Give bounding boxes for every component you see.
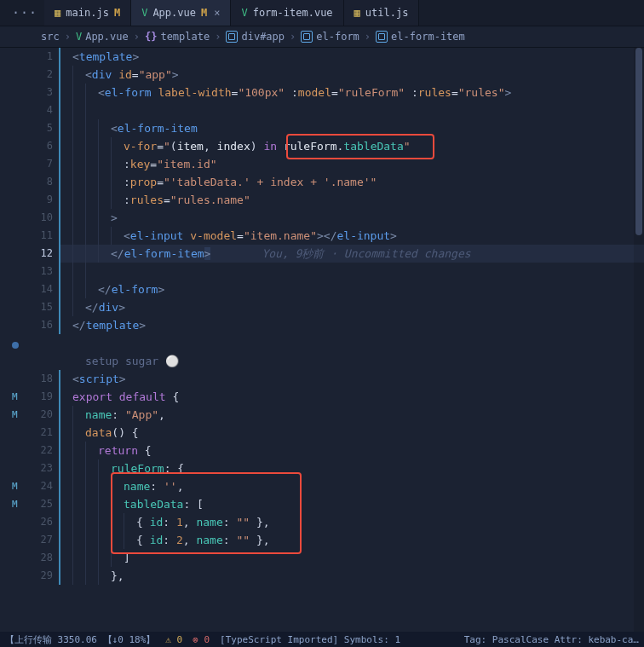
status-left: 【上行传输 3350.06 【↓0 18%】	[5, 633, 155, 646]
chevron-right-icon: ›	[65, 31, 71, 43]
line-number-gutter: 12345 678910 1112131415 16 1819 20212223…	[24, 48, 58, 633]
vertical-scrollbar[interactable]	[634, 48, 644, 633]
element-icon	[376, 31, 388, 43]
code-line: name: '',	[60, 477, 644, 495]
chevron-right-icon: ›	[215, 31, 221, 43]
code-line: name: "App",	[60, 406, 644, 424]
chevron-right-icon: ›	[290, 31, 296, 43]
element-icon	[301, 31, 313, 43]
code-line: </el-form-item>You, 9秒前 · Uncommitted ch…	[60, 245, 644, 263]
code-line: ]	[60, 549, 644, 567]
vue-icon: V	[76, 31, 82, 43]
tab-app-vue[interactable]: V App.vue M ×	[131, 0, 231, 26]
code-line: <div id="app">	[60, 66, 644, 84]
code-line	[60, 585, 644, 603]
code-line	[60, 101, 644, 119]
crumb-src: src	[41, 31, 60, 43]
git-blame-annotation: You, 9秒前 · Uncommitted changes	[262, 247, 470, 260]
js-icon: ▦	[55, 7, 60, 19]
code-line: ruleForm: {	[60, 459, 644, 477]
tab-bar: ··· ▦ main.js M V App.vue M × V form-ite…	[0, 0, 644, 26]
crumb-elform: el-form	[301, 31, 359, 43]
gutter-breakpoint-dot[interactable]	[12, 342, 19, 349]
code-line: <el-form-item	[60, 119, 644, 137]
code-line: :key="item.id"	[60, 155, 644, 173]
code-area[interactable]: <template> <div id="app"> <el-form label…	[58, 48, 644, 633]
status-right[interactable]: Tag: PascalCase Attr: kebab-ca…	[464, 634, 639, 645]
tab-label: main.js	[66, 7, 109, 19]
gutter-modified-mark: M	[12, 481, 18, 492]
crumb-elformitem: el-form-item	[376, 31, 465, 43]
code-line	[60, 334, 644, 352]
status-lang[interactable]: [TypeScript Imported] Symbols: 1	[220, 634, 400, 645]
code-line: </el-form>	[60, 280, 644, 298]
code-line: :prop="'tableData.' + index + '.name'"	[60, 173, 644, 191]
codelens-hint[interactable]: setup sugar ⚪	[60, 352, 644, 370]
code-line: <script>	[60, 370, 644, 388]
code-line: </div>	[60, 298, 644, 316]
crumb-template: {} template	[145, 31, 210, 43]
code-line: :rules="rules.name"	[60, 191, 644, 209]
code-line: <template>	[60, 48, 644, 66]
breadcrumb[interactable]: src › V App.vue › {} template › div#app …	[0, 26, 644, 48]
code-line: </template>	[60, 316, 644, 334]
code-line: tableData: [	[60, 495, 644, 513]
code-line: <el-form label-width="100px" :model="rul…	[60, 84, 644, 101]
gutter-modified-mark: M	[12, 391, 18, 402]
vue-icon: V	[241, 7, 247, 19]
code-line: data() {	[60, 424, 644, 442]
gutter-modified-mark: M	[12, 499, 18, 510]
crumb-div: div#app	[226, 31, 285, 43]
tab-label: App.vue	[152, 7, 196, 19]
tab-form-item-vue[interactable]: V form-item.vue	[231, 0, 343, 26]
status-errors[interactable]: ⊗ 0	[193, 634, 210, 645]
modified-badge: M	[114, 7, 120, 19]
more-icon[interactable]: ···	[5, 5, 44, 20]
editor[interactable]: 12345 678910 1112131415 16 1819 20212223…	[0, 48, 644, 633]
code-line: <el-input v-model="item.name"></el-input…	[60, 227, 644, 245]
braces-icon: {}	[145, 31, 157, 43]
scrollbar-thumb[interactable]	[635, 48, 642, 235]
code-line: return {	[60, 442, 644, 459]
crumb-file: V App.vue	[76, 31, 129, 43]
chevron-right-icon: ›	[134, 31, 140, 43]
js-icon: ▦	[354, 7, 360, 19]
close-icon[interactable]: ×	[214, 7, 220, 19]
vue-icon: V	[141, 7, 147, 19]
modified-badge: M	[201, 7, 207, 19]
code-line: >	[60, 209, 644, 227]
element-icon	[226, 31, 238, 43]
status-warnings[interactable]: ⚠ 0	[165, 634, 182, 645]
tab-util-js[interactable]: ▦ util.js	[344, 0, 420, 26]
chevron-right-icon: ›	[365, 31, 371, 43]
code-line: { id: 2, name: "" },	[60, 531, 644, 549]
gutter-mod-column	[0, 48, 24, 633]
code-line: v-for="(item, index) in ruleForm.tableDa…	[60, 137, 644, 155]
tab-label: util.js	[365, 7, 409, 19]
code-line: { id: 1, name: "" },	[60, 513, 644, 531]
code-line	[60, 263, 644, 280]
code-line: },	[60, 567, 644, 585]
status-bar[interactable]: 【上行传输 3350.06 【↓0 18%】 ⚠ 0 ⊗ 0 [TypeScri…	[0, 632, 644, 647]
code-line: export default {	[60, 388, 644, 406]
tab-main-js[interactable]: ▦ main.js M	[44, 0, 131, 26]
gutter-modified-mark: M	[12, 409, 18, 420]
tab-label: form-item.vue	[253, 7, 333, 19]
